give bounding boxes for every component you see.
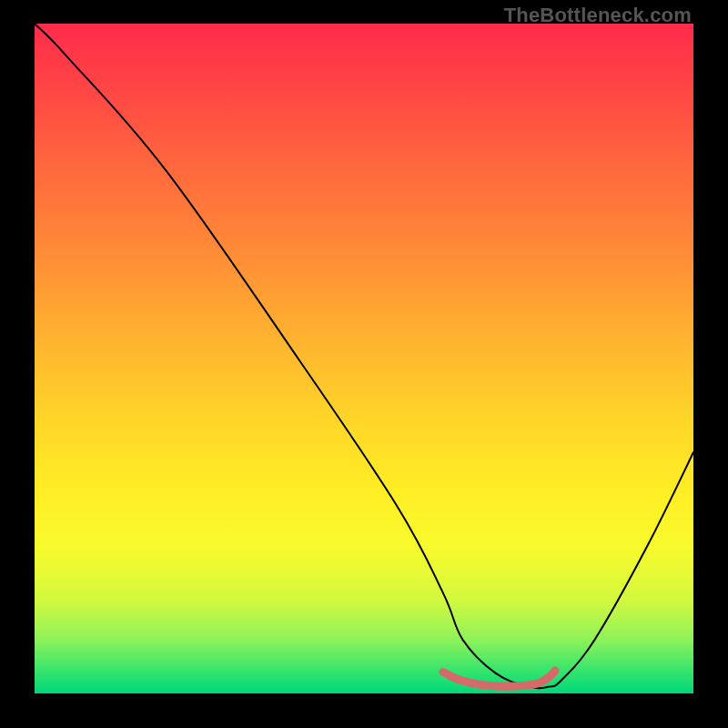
chart-frame: TheBottleneck.com — [0, 0, 728, 728]
chart-plot-area — [35, 24, 693, 693]
watermark-text: TheBottleneck.com — [504, 4, 692, 27]
